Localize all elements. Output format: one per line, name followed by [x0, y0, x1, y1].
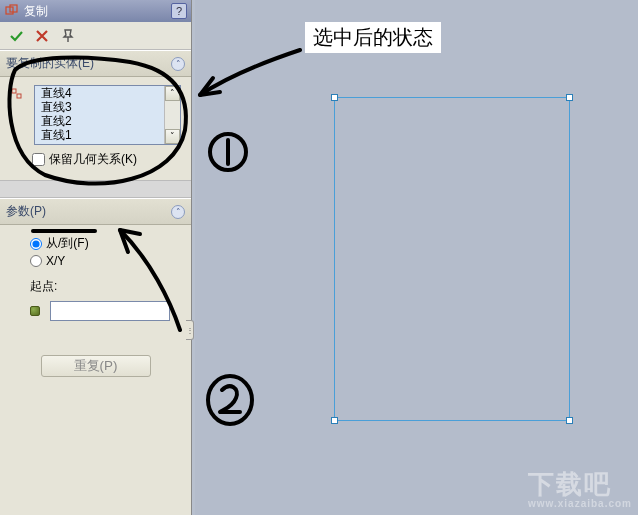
svg-rect-3 [17, 94, 21, 98]
resize-handle[interactable] [331, 94, 338, 101]
xy-radio[interactable] [30, 255, 42, 267]
watermark: 下载吧 www.xiazaiba.com [528, 467, 632, 509]
origin-led-icon [30, 306, 40, 316]
repeat-button[interactable]: 重复(P) [41, 355, 151, 377]
panel-drag-handle[interactable]: ⋮ [186, 320, 194, 340]
list-scrollbar[interactable]: ˄ ˅ [164, 86, 180, 144]
xy-radio-row[interactable]: X/Y [30, 254, 181, 268]
entities-header[interactable]: 要复制的实体(E) ˄ [0, 50, 191, 77]
chevron-up-icon[interactable]: ˄ [171, 57, 185, 71]
cancel-button[interactable] [34, 28, 50, 44]
xy-label: X/Y [46, 254, 65, 268]
copy-icon [4, 3, 20, 19]
origin-input[interactable] [50, 301, 170, 321]
list-item[interactable]: 直线2 [35, 114, 164, 128]
from-to-radio[interactable] [30, 238, 42, 250]
from-to-radio-row[interactable]: 从/到(F) [30, 235, 181, 252]
pushpin-icon[interactable] [60, 28, 76, 44]
panel-gap [0, 180, 191, 198]
params-header[interactable]: 参数(P) ˄ [0, 198, 191, 225]
entities-header-label: 要复制的实体(E) [6, 55, 94, 72]
selected-entities-list[interactable]: 直线4 直线3 直线2 直线1 ˄ ˅ [34, 85, 181, 145]
keep-relations-label: 保留几何关系(K) [49, 151, 137, 168]
chevron-up-icon[interactable]: ˄ [171, 205, 185, 219]
list-item[interactable]: 直线1 [35, 128, 164, 142]
origin-label: 起点: [30, 278, 181, 295]
keep-relations-checkbox[interactable] [32, 153, 45, 166]
panel-titlebar: 复制 ? [0, 0, 191, 22]
params-body: 从/到(F) X/Y 起点: [0, 225, 191, 339]
property-panel: 复制 ? 要复制的实体(E) ˄ 直线4 直线3 直线2 直线1 [0, 0, 192, 515]
svg-rect-2 [12, 89, 16, 93]
scroll-down-icon[interactable]: ˅ [165, 129, 180, 144]
scroll-up-icon[interactable]: ˄ [165, 86, 180, 101]
resize-handle[interactable] [566, 417, 573, 424]
annotation-selected-state: 选中后的状态 [305, 22, 441, 53]
resize-handle[interactable] [566, 94, 573, 101]
help-button[interactable]: ? [171, 3, 187, 19]
watermark-sub: www.xiazaiba.com [528, 498, 632, 509]
entity-type-icons [10, 85, 28, 145]
resize-handle[interactable] [331, 417, 338, 424]
watermark-main: 下载吧 [528, 469, 612, 499]
from-to-label: 从/到(F) [46, 235, 89, 252]
params-header-label: 参数(P) [6, 203, 46, 220]
selected-rectangle[interactable] [334, 97, 570, 421]
keep-relations-checkbox-row[interactable]: 保留几何关系(K) [10, 151, 181, 168]
ok-button[interactable] [8, 28, 24, 44]
entities-body: 直线4 直线3 直线2 直线1 ˄ ˅ 保留几何关系(K) [0, 77, 191, 180]
list-item[interactable]: 直线4 [35, 86, 164, 100]
panel-title: 复制 [24, 3, 48, 20]
confirm-row [0, 22, 191, 50]
list-item[interactable]: 直线3 [35, 100, 164, 114]
